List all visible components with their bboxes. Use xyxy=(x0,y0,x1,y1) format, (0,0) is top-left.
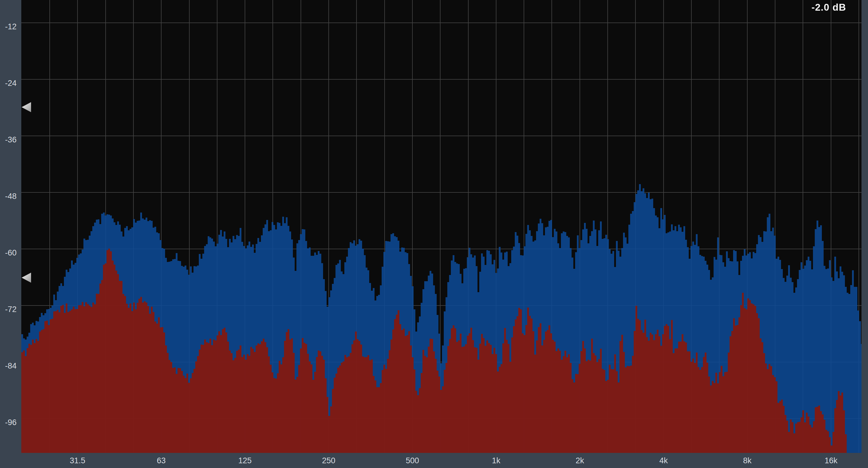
y-axis-strip xyxy=(0,0,21,468)
spectrum-analyzer-window: -12-24-36-48-60-72-84-96 31.563125250500… xyxy=(0,0,868,468)
freq-tick-label: 8k xyxy=(743,456,752,465)
freq-tick-label: 125 xyxy=(238,456,251,465)
freq-tick-label: 500 xyxy=(406,456,419,465)
freq-tick-label: 31.5 xyxy=(70,456,86,465)
freq-tick-label: 250 xyxy=(322,456,335,465)
spectrum-plot-canvas[interactable] xyxy=(0,0,868,468)
x-axis-strip xyxy=(0,453,868,468)
freq-tick-label: 63 xyxy=(157,456,166,465)
freq-tick-label: 2k xyxy=(576,456,584,465)
db-readout: -2.0 dB xyxy=(751,2,846,13)
freq-tick-label: 4k xyxy=(659,456,668,465)
freq-tick-label: 16k xyxy=(825,456,838,465)
left-triangle-marker-icon[interactable] xyxy=(22,102,31,112)
freq-tick-label: 1k xyxy=(492,456,501,465)
right-edge-strip xyxy=(862,0,868,468)
left-triangle-marker-icon[interactable] xyxy=(22,273,31,283)
